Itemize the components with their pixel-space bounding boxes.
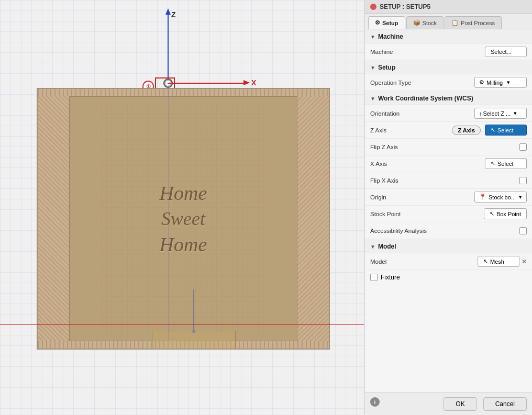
model-select-button[interactable]: ↖ Mesh <box>478 256 519 267</box>
model-value: Mesh <box>490 259 504 265</box>
z-axis-arrowhead <box>165 8 171 15</box>
origin-control: 📍 Stock bo... ▾ <box>474 192 527 203</box>
model-control: ↖ Mesh ✕ <box>478 256 527 267</box>
flip-x-control <box>519 177 527 184</box>
operation-type-control: ⚙ Milling ▾ <box>474 77 527 88</box>
stock-point-button[interactable]: ↖ Box Point <box>484 208 527 219</box>
setup-collapse-arrow[interactable]: ▼ <box>370 65 375 71</box>
stop-icon <box>370 4 376 10</box>
model-remove-button[interactable]: ✕ <box>522 258 527 265</box>
fixture-label: Fixture <box>381 274 400 281</box>
hatch-top <box>38 89 329 96</box>
x-axis-value: Select <box>497 161 514 167</box>
flip-x-checkbox[interactable] <box>519 177 527 184</box>
tab-stock[interactable]: 📦 Stock <box>406 16 444 29</box>
title-bar: SETUP : SETUP5 <box>365 0 532 14</box>
machine-control: Select... <box>485 47 527 57</box>
info-label: i <box>374 399 376 405</box>
x-axis-select-button[interactable]: ↖ Select <box>485 158 527 169</box>
model-label: Model <box>370 259 478 265</box>
cancel-button[interactable]: Cancel <box>483 397 527 411</box>
z-axis-row: Z Axis Z Axis ↖ Select <box>365 122 532 139</box>
machine-select-label: Select... <box>491 49 512 55</box>
flip-x-row: Flip X Axis <box>365 172 532 189</box>
x-axis-label: X <box>251 78 256 87</box>
artwork-canvas: Home Sweet Home <box>37 88 330 350</box>
model-row: Model ↖ Mesh ✕ <box>365 253 532 270</box>
stock-point-label: Stock Point <box>370 211 484 217</box>
origin-label: Origin <box>370 194 474 200</box>
x-axis-row: X Axis ↖ Select <box>365 155 532 172</box>
operation-type-value: Milling <box>486 80 503 86</box>
wcs-section-label: Work Coordinate System (WCS) <box>378 95 473 102</box>
tab-setup[interactable]: ⚙ Setup <box>368 16 405 29</box>
model-cursor-icon: ↖ <box>483 258 488 265</box>
z-axis-control: Z Axis ↖ Select <box>452 125 527 136</box>
tab-postprocess-icon: 📋 <box>451 19 459 26</box>
section-model: ▼ Model <box>365 239 532 253</box>
hatch-left <box>38 96 69 341</box>
machine-select-button[interactable]: Select... <box>485 47 527 57</box>
milling-icon: ⚙ <box>479 79 484 86</box>
info-icon[interactable]: i <box>370 397 380 407</box>
select-cursor-icon: ↖ <box>491 127 495 133</box>
tab-postprocess-label: Post Process <box>461 20 495 26</box>
machine-section-label: Machine <box>378 33 403 40</box>
z-axis-btn-label: Select <box>497 127 514 133</box>
ok-button[interactable]: OK <box>444 397 476 411</box>
fixture-checkbox[interactable] <box>370 274 378 281</box>
orientation-icon: ↑ <box>479 110 482 117</box>
x-axis-arrowhead <box>243 80 250 85</box>
flip-z-checkbox[interactable] <box>519 143 527 151</box>
machine-collapse-arrow[interactable]: ▼ <box>370 34 375 40</box>
model-collapse-arrow[interactable]: ▼ <box>370 244 375 250</box>
section-machine: ▼ Machine <box>365 29 532 43</box>
stock-point-control: ↖ Box Point <box>484 208 527 219</box>
tab-stock-label: Stock <box>423 20 437 26</box>
orientation-dropdown[interactable]: ↑ Select Z ... ▾ <box>474 108 527 119</box>
accessibility-checkbox[interactable] <box>519 227 527 234</box>
orientation-control: ↑ Select Z ... ▾ <box>474 108 527 119</box>
z-axis-label: Z Axis <box>370 127 452 133</box>
canvas-area: Z ① X Home Sweet Home <box>0 0 364 415</box>
accessibility-label: Accessibility Analysis <box>370 228 519 234</box>
operation-type-dropdown[interactable]: ⚙ Milling ▾ <box>474 77 527 88</box>
operation-type-label: Operation Type <box>370 80 474 86</box>
highlight-line <box>194 289 194 331</box>
model-section-label: Model <box>378 243 396 250</box>
z-axis-line <box>168 10 169 84</box>
orientation-chevron: ▾ <box>514 110 517 117</box>
dropdown-chevron: ▾ <box>507 79 510 86</box>
carved-text-area: Home Sweet Home <box>101 104 265 333</box>
x-axis-label: X Axis <box>370 161 485 167</box>
origin-chevron: ▾ <box>519 194 522 200</box>
flip-z-row: Flip Z Axis <box>365 139 532 155</box>
hatch-right <box>297 96 329 341</box>
x-axis-control: ↖ Select <box>485 158 527 169</box>
z-axis-select-button[interactable]: ↖ Select <box>485 125 527 136</box>
footer-bar: i OK Cancel <box>365 392 532 415</box>
flip-z-control <box>519 143 527 151</box>
machine-row: Machine Select... <box>365 43 532 60</box>
z-axis-label: Z <box>171 10 176 19</box>
tab-postprocess[interactable]: 📋 Post Process <box>445 16 502 29</box>
x-axis-line <box>168 83 246 84</box>
section-wcs: ▼ Work Coordinate System (WCS) <box>365 91 532 105</box>
flip-z-label: Flip Z Axis <box>370 144 519 150</box>
machine-label: Machine <box>370 49 485 55</box>
stock-point-value: Box Point <box>496 211 521 217</box>
vertical-guide-line <box>169 84 169 340</box>
section-setup: ▼ Setup <box>365 60 532 74</box>
origin-dropdown[interactable]: 📍 Stock bo... ▾ <box>474 192 527 203</box>
title-label: SETUP : SETUP5 <box>380 3 430 10</box>
highlight-box <box>152 331 236 350</box>
fixture-row: Fixture <box>365 270 532 285</box>
flip-x-label: Flip X Axis <box>370 177 519 184</box>
wcs-collapse-arrow[interactable]: ▼ <box>370 96 375 102</box>
origin-value: Stock bo... <box>489 194 516 200</box>
setup-section-label: Setup <box>378 64 395 71</box>
right-panel: SETUP : SETUP5 ⚙ Setup 📦 Stock 📋 Post Pr… <box>364 0 532 415</box>
tab-bar: ⚙ Setup 📦 Stock 📋 Post Process <box>365 14 532 29</box>
red-horizontal-line <box>0 324 364 325</box>
stock-point-cursor-icon: ↖ <box>490 210 494 217</box>
